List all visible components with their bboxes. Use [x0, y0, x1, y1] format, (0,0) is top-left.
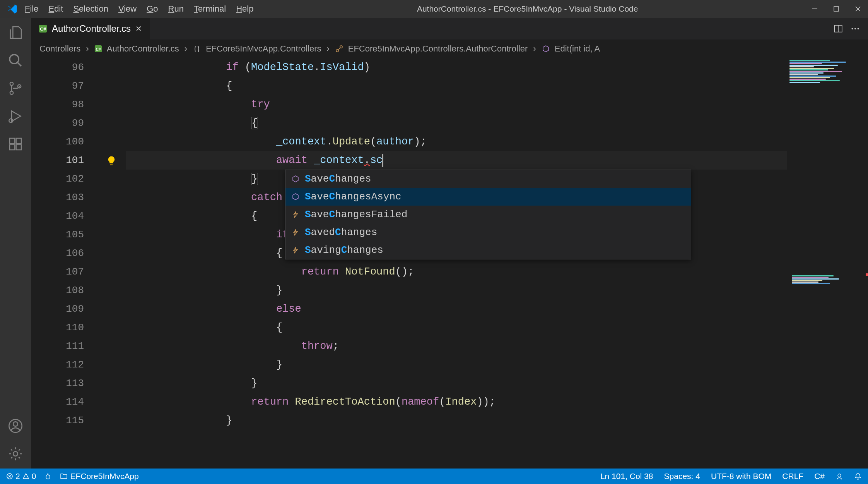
chevron-right-icon: ›	[533, 44, 536, 54]
svg-rect-7	[10, 138, 15, 143]
svg-rect-1	[834, 7, 839, 11]
svg-point-26	[838, 474, 841, 477]
namespace-icon: {}	[193, 45, 201, 53]
svg-point-12	[13, 422, 18, 426]
breadcrumb-segment[interactable]: Controllers	[39, 44, 80, 54]
breadcrumb-segment[interactable]: Edit(int id, A	[555, 44, 600, 54]
lightbulb-icon[interactable]	[106, 156, 116, 166]
intellisense-item[interactable]: SaveChanges	[285, 170, 691, 188]
explorer-icon[interactable]	[8, 25, 23, 40]
chevron-right-icon: ›	[185, 44, 187, 54]
menu-go[interactable]: Go	[147, 4, 158, 14]
intellisense-label: SavedChanges	[305, 227, 377, 238]
window-title: AuthorController.cs - EFCore5InMvcApp - …	[253, 4, 801, 14]
more-actions-icon[interactable]	[850, 24, 860, 34]
notifications-icon[interactable]	[854, 472, 862, 480]
status-position[interactable]: Ln 101, Col 38	[600, 472, 653, 481]
menu-edit[interactable]: Edit	[48, 4, 63, 14]
search-icon[interactable]	[8, 53, 23, 68]
tab-label: AuthorController.cs	[52, 23, 131, 34]
breadcrumb-segment[interactable]: AuthorController.cs	[107, 44, 179, 54]
minimap[interactable]	[787, 58, 868, 469]
line-number-gutter: 96 97 98 99 100 101 102 103 104 105 106 …	[31, 58, 99, 469]
menu-terminal[interactable]: Terminal	[194, 4, 226, 14]
status-encoding[interactable]: UTF-8 with BOM	[711, 472, 771, 481]
settings-gear-icon[interactable]	[8, 446, 23, 462]
event-icon	[291, 245, 300, 255]
intellisense-item[interactable]: SavedChanges	[285, 223, 691, 241]
menu-run[interactable]: Run	[168, 4, 184, 14]
text-cursor	[382, 154, 383, 167]
breadcrumb-segment[interactable]: EFCore5InMvcApp.Controllers.AuthorContro…	[348, 44, 528, 54]
svg-text:C#: C#	[40, 26, 46, 32]
svg-point-17	[851, 28, 853, 29]
code-area[interactable]: if (ModelState.IsValid) { try { _context…	[126, 58, 787, 469]
split-editor-icon[interactable]	[833, 24, 843, 34]
tab-bar: C# AuthorController.cs ✕	[31, 18, 868, 39]
method-icon	[291, 174, 300, 184]
status-eol[interactable]: CRLF	[782, 472, 803, 481]
intellisense-item[interactable]: SaveChangesFailed	[285, 206, 691, 223]
breadcrumb-segment[interactable]: EFCore5InMvcApp.Controllers	[206, 44, 321, 54]
menu-view[interactable]: View	[118, 4, 137, 14]
feedback-icon[interactable]	[836, 472, 843, 480]
menu-bar: File Edit Selection View Go Run Terminal…	[25, 4, 253, 14]
csharp-file-icon: C#	[94, 45, 102, 53]
intellisense-label: SaveChangesFailed	[305, 209, 407, 220]
maximize-button[interactable]	[831, 3, 842, 14]
event-icon	[291, 228, 300, 237]
intellisense-label: SavingChanges	[305, 244, 383, 256]
svg-point-4	[10, 91, 13, 94]
intellisense-popup[interactable]: SaveChanges SaveChangesAsync SaveChanges…	[285, 170, 691, 259]
event-icon	[291, 210, 300, 219]
extensions-icon[interactable]	[8, 136, 23, 152]
accounts-icon[interactable]	[8, 418, 23, 434]
csharp-file-icon: C#	[39, 24, 47, 33]
minimize-button[interactable]	[809, 3, 820, 14]
status-flame-icon[interactable]	[44, 472, 51, 480]
intellisense-label: SaveChangesAsync	[305, 191, 402, 203]
run-debug-icon[interactable]	[8, 108, 23, 124]
editor[interactable]: 96 97 98 99 100 101 102 103 104 105 106 …	[31, 58, 868, 469]
svg-point-18	[854, 28, 856, 29]
svg-point-13	[13, 451, 18, 456]
status-problems[interactable]: 2 0	[6, 472, 36, 481]
svg-rect-0	[812, 9, 817, 9]
class-icon	[335, 45, 343, 53]
status-indent[interactable]: Spaces: 4	[664, 472, 700, 481]
method-icon	[291, 192, 300, 201]
tab-close-icon[interactable]: ✕	[135, 24, 142, 33]
status-project[interactable]: EFCore5InMvcApp	[60, 472, 138, 481]
status-language[interactable]: C#	[814, 472, 825, 481]
chevron-right-icon: ›	[326, 44, 329, 54]
svg-rect-9	[16, 145, 21, 150]
close-button[interactable]	[853, 3, 863, 14]
activity-bar	[0, 18, 31, 469]
intellisense-item[interactable]: SavingChanges	[285, 241, 691, 259]
svg-rect-10	[16, 138, 21, 143]
intellisense-label: SaveChanges	[305, 173, 371, 185]
titlebar: File Edit Selection View Go Run Terminal…	[0, 0, 868, 18]
menu-help[interactable]: Help	[236, 4, 253, 14]
svg-point-3	[10, 82, 13, 85]
intellisense-item-selected[interactable]: SaveChangesAsync	[285, 188, 691, 206]
chevron-right-icon: ›	[86, 44, 89, 54]
breadcrumb[interactable]: Controllers › C# AuthorController.cs › {…	[31, 39, 868, 58]
svg-point-19	[858, 28, 859, 29]
glyph-margin	[99, 58, 126, 469]
svg-point-2	[10, 55, 19, 64]
svg-text:C#: C#	[96, 47, 101, 51]
method-icon	[542, 45, 550, 53]
menu-file[interactable]: File	[25, 4, 38, 14]
svg-text:{}: {}	[193, 45, 200, 53]
source-control-icon[interactable]	[8, 81, 23, 96]
menu-selection[interactable]: Selection	[73, 4, 108, 14]
tab-authorcontroller[interactable]: C# AuthorController.cs ✕	[31, 18, 150, 39]
svg-rect-8	[10, 145, 15, 150]
vscode-logo-icon	[7, 3, 18, 14]
statusbar: 2 0 EFCore5InMvcApp Ln 101, Col 38 Space…	[0, 469, 868, 484]
